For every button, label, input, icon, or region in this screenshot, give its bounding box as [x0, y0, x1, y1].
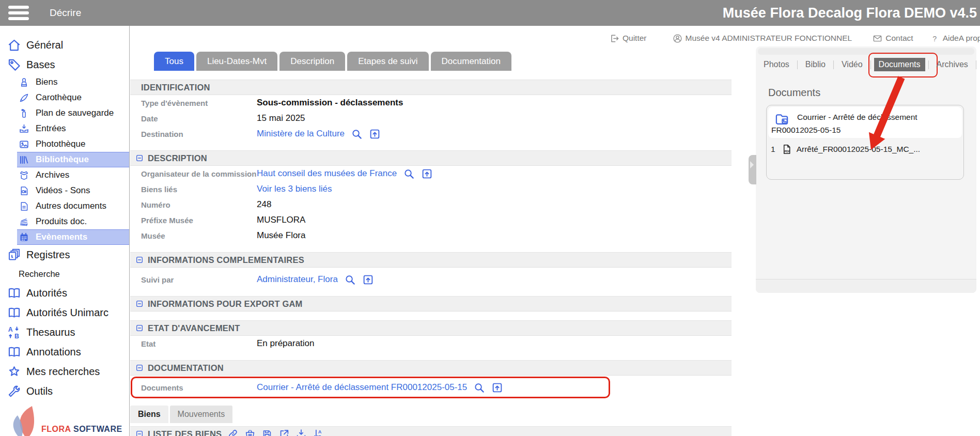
open-icon[interactable] [362, 274, 374, 286]
section: INFORMATIONS COMPLEMENTAIRES Suivi par A… [130, 252, 732, 287]
chain-icon[interactable] [227, 428, 239, 436]
panel-scrollbar-track[interactable] [758, 48, 974, 55]
media-tab-video[interactable]: Vidéo [837, 58, 867, 71]
open-icon[interactable] [421, 168, 433, 180]
sidebar-item-label: Archives [36, 170, 69, 180]
field-value[interactable]: Haut conseil des musées de France [257, 168, 397, 179]
header-link-contact[interactable]: Contact [873, 34, 913, 43]
related-tab-mouvements[interactable]: Mouvements [170, 406, 233, 423]
sidebar-item-registres[interactable]: Registres [0, 245, 129, 264]
panel-collapse-handle[interactable] [749, 155, 756, 184]
field-value[interactable]: Ministère de la Culture [257, 129, 345, 139]
section-title: INFORMATIONS COMPLEMENTAIRES [148, 255, 304, 265]
open-icon[interactable] [491, 382, 503, 394]
image-icon [19, 139, 29, 150]
external-icon[interactable] [278, 428, 290, 436]
sidebar-item-entrees[interactable]: Entrées [17, 121, 129, 136]
sidebar-item-label: Vidéos - Sons [36, 185, 90, 196]
record-tab-tous[interactable]: Tous [154, 52, 194, 71]
sidebar-item-autorites-unimarc[interactable]: Autorités Unimarc [0, 303, 129, 322]
record-tab-documentation[interactable]: Documentation [431, 52, 511, 71]
collapse-minus-icon[interactable] [135, 256, 144, 264]
collapse-minus-icon[interactable] [135, 430, 144, 436]
media-tab-photos[interactable]: Photos [759, 58, 794, 71]
hamburger-menu-icon[interactable] [8, 6, 29, 20]
collapse-minus-icon[interactable] [135, 364, 144, 372]
header-link-label: A propos [959, 34, 980, 43]
sidebar-item-autres-documents[interactable]: Autres documents [17, 198, 129, 214]
archive-icon [19, 170, 29, 181]
sidebar-item-label: Autorités Unimarc [26, 307, 108, 319]
field-row: Musée Musée Flora [130, 228, 732, 243]
section: INFORMATIONS POUR EXPORT GAM [130, 296, 732, 312]
collapse-minus-icon[interactable] [135, 300, 144, 308]
books-icon [19, 154, 29, 165]
sidebar-item-plan-de-sauvegarde[interactable]: Plan de sauvegarde [17, 105, 129, 121]
sidebar-item-label: Recherche [19, 269, 60, 279]
header-link-label: Aide [943, 34, 959, 43]
tab-separator [870, 60, 871, 69]
sortaz-icon[interactable] [313, 428, 324, 436]
liste-des-biens-header: LISTE DES BIENS [130, 426, 732, 436]
search-icon[interactable] [473, 382, 485, 394]
header-link-a-propos[interactable]: A propos [959, 34, 980, 43]
app-title: Musée Flora Decalog Flora DEMO v4.5 [723, 0, 977, 26]
sidebar-item-recherche[interactable]: Recherche [0, 264, 129, 283]
open-icon[interactable] [369, 128, 381, 140]
sidebar-item-produits-doc[interactable]: Produits doc. [17, 214, 129, 229]
sidebar-item-bibliotheque[interactable]: Bibliothèque [17, 152, 129, 167]
folder-title-line2: FR00012025-05-15 [771, 126, 841, 135]
sidebar-item-outils[interactable]: Outils [0, 381, 129, 401]
sidebar-item-evenements[interactable]: Evènements [17, 229, 129, 245]
record-tab-lieu-dates-mvt[interactable]: Lieu-Dates-Mvt [196, 52, 277, 71]
section-header: DOCUMENTATION [130, 360, 732, 376]
related-tabs: Biens Mouvements [130, 406, 732, 423]
field-label: Musée [141, 231, 257, 240]
media-tab-archives[interactable]: Archives [932, 58, 973, 71]
field-value[interactable]: Voir les 3 biens liés [257, 184, 332, 194]
sidebar-item-annotations[interactable]: Annotations [0, 342, 129, 362]
sidebar-item-videos-sons[interactable]: Vidéos - Sons [17, 183, 129, 198]
field-label: Organisateur de la commission [141, 169, 257, 178]
record-tab-description[interactable]: Description [279, 52, 345, 71]
search-icon[interactable] [351, 128, 363, 140]
field-label: Préfixe Musée [141, 216, 257, 225]
basket-icon[interactable] [244, 428, 256, 436]
search-icon[interactable] [344, 274, 356, 286]
collapse-minus-icon[interactable] [135, 154, 144, 162]
download-icon[interactable] [295, 428, 307, 436]
field-value: Sous-commission - déclassements [257, 98, 403, 108]
pdf-file-row[interactable]: 1 Arrêté_FR00012025-05-15_MC_... [771, 143, 920, 156]
search-icon[interactable] [403, 168, 415, 180]
field-value[interactable]: Courrier - Arrêté de déclassement FR0001… [257, 382, 467, 393]
sidebar-item-carotheque[interactable]: Carothèque [17, 90, 129, 105]
sidebar-item-thesaurus[interactable]: Thesaurus [0, 322, 129, 342]
section-title: ETAT D'AVANCEMENT [148, 323, 240, 333]
sidebar-item-autorites[interactable]: Autorités [0, 283, 129, 303]
sidebar-item-label: Registres [26, 249, 70, 261]
registers-icon [7, 248, 21, 262]
sidebar-item-bases[interactable]: Bases [0, 55, 129, 74]
thesaurus-icon [7, 325, 21, 339]
record-tab-etapes-de-suivi[interactable]: Etapes de suivi [347, 52, 428, 71]
field-label: Numéro [141, 200, 257, 209]
sidebar-item-biens[interactable]: Biens [17, 74, 129, 90]
field-value: 248 [257, 199, 271, 210]
home-icon [7, 38, 21, 52]
sidebar-item-general[interactable]: Général [0, 35, 129, 55]
related-tab-biens[interactable]: Biens [130, 406, 168, 423]
media-tab-documents[interactable]: Documents [874, 58, 925, 71]
sidebar-item-phototheque[interactable]: Photothèque [17, 136, 129, 152]
section: ETAT D'AVANCEMENT Etat En préparation [130, 320, 732, 351]
collapse-minus-icon[interactable] [135, 324, 144, 332]
sidebar-item-archives[interactable]: Archives [17, 167, 129, 183]
field-row: Préfixe Musée MUSFLORA [130, 212, 732, 228]
media-tab-biblio[interactable]: Biblio [801, 58, 830, 71]
header-link-aide[interactable]: Aide [930, 34, 959, 43]
extinguisher-icon [19, 108, 29, 119]
save-icon[interactable] [261, 428, 273, 436]
section-header: DESCRIPTION [130, 150, 732, 166]
sidebar-item-mes-recherches[interactable]: Mes recherches [0, 362, 129, 381]
document-folder-card[interactable]: Courrier - Arrêté de déclassement FR0001… [768, 107, 962, 138]
field-value[interactable]: Administrateur, Flora [257, 274, 338, 285]
